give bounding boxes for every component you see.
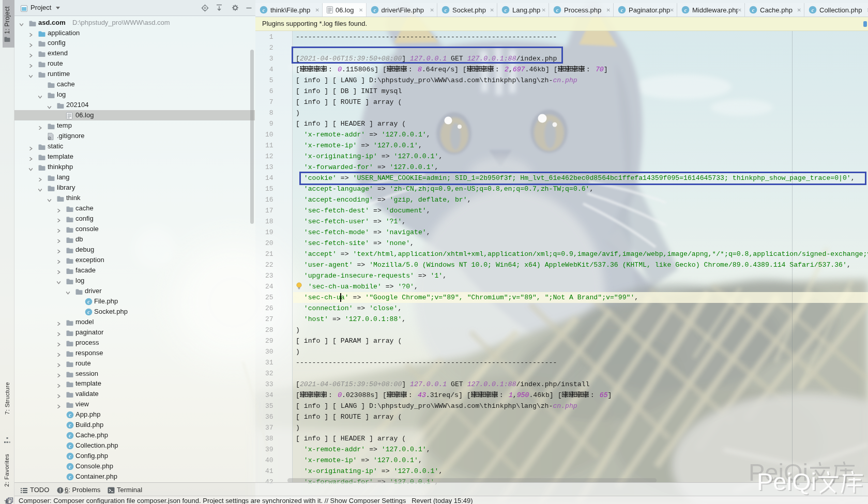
svg-text:c: c: [69, 443, 71, 449]
svg-text:c: c: [684, 7, 687, 13]
svg-text:c: c: [69, 464, 71, 469]
svg-text:c: c: [373, 7, 376, 13]
svg-text:c: c: [69, 433, 71, 438]
svg-text:c: c: [69, 453, 71, 459]
svg-text:c: c: [621, 7, 623, 13]
svg-text:c: c: [87, 299, 90, 304]
svg-text:c: c: [556, 7, 559, 13]
svg-text:c: c: [87, 309, 90, 315]
svg-text:c: c: [69, 474, 71, 480]
svg-text:c: c: [263, 7, 265, 13]
svg-text:c: c: [69, 422, 71, 428]
svg-text:c: c: [445, 7, 447, 13]
svg-text:PeiQi: PeiQi: [757, 468, 816, 495]
svg-text:c: c: [69, 412, 71, 418]
svg-text:c: c: [752, 7, 755, 13]
svg-text:c: c: [812, 7, 814, 13]
svg-text:c: c: [505, 7, 507, 13]
